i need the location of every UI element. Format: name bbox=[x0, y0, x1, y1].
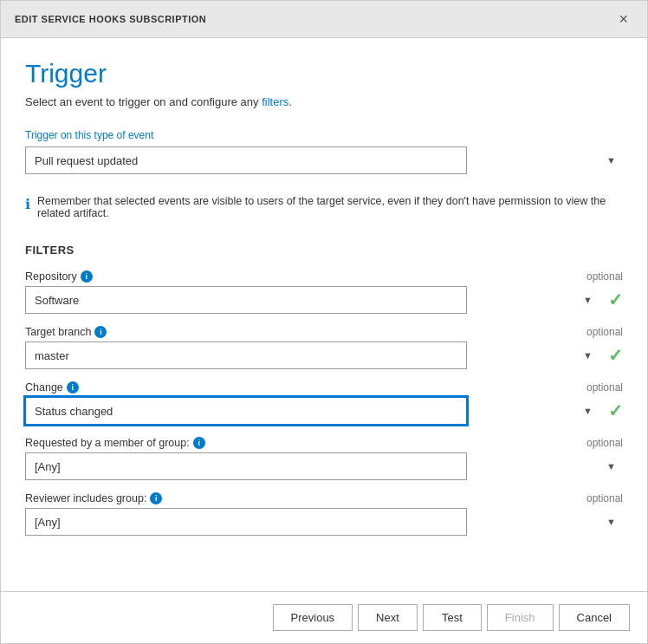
trigger-section: Trigger on this type of event Pull reque… bbox=[25, 129, 623, 174]
reviewer-includes-info-icon[interactable]: i bbox=[150, 492, 162, 504]
change-select[interactable]: [Any] Status changed Source branch updat… bbox=[25, 397, 467, 425]
trigger-label: Trigger on this type of event bbox=[25, 129, 623, 141]
previous-button[interactable]: Previous bbox=[273, 604, 353, 631]
target-branch-info-icon[interactable]: i bbox=[94, 326, 107, 338]
subtitle-text: Select an event to trigger on and config… bbox=[25, 95, 262, 108]
repository-select-row: [Any] Software ▼ ✓ bbox=[25, 286, 623, 314]
repository-check-icon: ✓ bbox=[608, 289, 623, 310]
repository-label-row: Repository i optional bbox=[25, 270, 623, 283]
cancel-button[interactable]: Cancel bbox=[559, 604, 630, 631]
requested-by-select[interactable]: [Any] bbox=[25, 452, 467, 480]
repository-info-icon[interactable]: i bbox=[81, 270, 93, 283]
page-subtitle: Select an event to trigger on and config… bbox=[25, 95, 623, 108]
requested-by-select-row: [Any] ▼ bbox=[25, 452, 623, 480]
target-branch-select[interactable]: [Any] master bbox=[25, 342, 467, 369]
target-branch-label: Target branch i bbox=[25, 326, 107, 338]
reviewer-includes-select-row: [Any] ▼ bbox=[25, 508, 623, 536]
trigger-select[interactable]: Pull request updated Pull request create… bbox=[25, 146, 467, 174]
target-branch-check-icon: ✓ bbox=[608, 345, 623, 366]
change-label: Change i bbox=[25, 381, 79, 394]
reviewer-includes-select-wrapper: [Any] ▼ bbox=[25, 508, 623, 536]
requested-by-info-icon[interactable]: i bbox=[193, 437, 205, 449]
reviewer-includes-filter: Reviewer includes group: i optional [Any… bbox=[25, 492, 623, 536]
change-select-row: [Any] Status changed Source branch updat… bbox=[25, 397, 623, 425]
page-title: Trigger bbox=[25, 59, 623, 88]
change-label-row: Change i optional bbox=[25, 381, 623, 394]
reviewer-includes-select[interactable]: [Any] bbox=[25, 508, 467, 536]
next-button[interactable]: Next bbox=[358, 604, 418, 631]
subtitle-end: . bbox=[288, 95, 292, 108]
requested-by-label: Requested by a member of group: i bbox=[25, 437, 205, 449]
repository-optional: optional bbox=[586, 270, 623, 283]
change-optional: optional bbox=[586, 381, 623, 394]
info-banner: ℹ Remember that selected events are visi… bbox=[25, 188, 623, 226]
target-branch-select-wrapper: [Any] master ▼ bbox=[25, 342, 599, 369]
trigger-select-wrapper: Pull request updated Pull request create… bbox=[25, 146, 623, 174]
requested-by-optional: optional bbox=[586, 437, 623, 449]
repository-label: Repository i bbox=[25, 270, 93, 283]
chevron-down-icon: ▼ bbox=[606, 517, 616, 527]
dialog-title: EDIT SERVICE HOOKS SUBSCRIPTION bbox=[15, 14, 206, 24]
finish-button[interactable]: Finish bbox=[487, 604, 554, 631]
change-check-icon: ✓ bbox=[608, 400, 623, 421]
chevron-down-icon: ▼ bbox=[583, 350, 593, 361]
change-select-wrapper: [Any] Status changed Source branch updat… bbox=[25, 397, 599, 425]
edit-service-hooks-dialog: EDIT SERVICE HOOKS SUBSCRIPTION × Trigge… bbox=[0, 0, 648, 644]
requested-by-select-wrapper: [Any] ▼ bbox=[25, 452, 623, 480]
chevron-down-icon: ▼ bbox=[606, 155, 616, 166]
requested-by-filter: Requested by a member of group: i option… bbox=[25, 437, 623, 480]
chevron-down-icon: ▼ bbox=[583, 406, 593, 416]
chevron-down-icon: ▼ bbox=[583, 295, 593, 305]
test-button[interactable]: Test bbox=[423, 604, 482, 631]
dialog-header: EDIT SERVICE HOOKS SUBSCRIPTION × bbox=[1, 1, 647, 38]
target-branch-optional: optional bbox=[586, 326, 623, 338]
repository-select-wrapper: [Any] Software ▼ bbox=[25, 286, 599, 314]
change-filter: Change i optional [Any] Status changed S… bbox=[25, 381, 623, 425]
reviewer-includes-label-row: Reviewer includes group: i optional bbox=[25, 492, 623, 504]
requested-by-label-row: Requested by a member of group: i option… bbox=[25, 437, 623, 449]
close-button[interactable]: × bbox=[613, 10, 633, 29]
target-branch-label-row: Target branch i optional bbox=[25, 326, 623, 338]
target-branch-select-row: [Any] master ▼ ✓ bbox=[25, 342, 623, 369]
chevron-down-icon: ▼ bbox=[606, 461, 616, 472]
info-icon: ℹ bbox=[25, 196, 30, 212]
reviewer-includes-label: Reviewer includes group: i bbox=[25, 492, 162, 504]
repository-select[interactable]: [Any] Software bbox=[25, 286, 467, 314]
repository-filter: Repository i optional [Any] Software ▼ ✓ bbox=[25, 270, 623, 314]
change-info-icon[interactable]: i bbox=[67, 381, 79, 394]
filters-section-title: FILTERS bbox=[25, 244, 623, 257]
dialog-footer: Previous Next Test Finish Cancel bbox=[1, 591, 647, 643]
target-branch-filter: Target branch i optional [Any] master ▼ … bbox=[25, 326, 623, 369]
filters-link[interactable]: filters bbox=[262, 95, 288, 108]
info-banner-text: Remember that selected events are visibl… bbox=[37, 195, 623, 219]
dialog-body: Trigger Select an event to trigger on an… bbox=[1, 38, 647, 591]
reviewer-includes-optional: optional bbox=[586, 492, 623, 504]
